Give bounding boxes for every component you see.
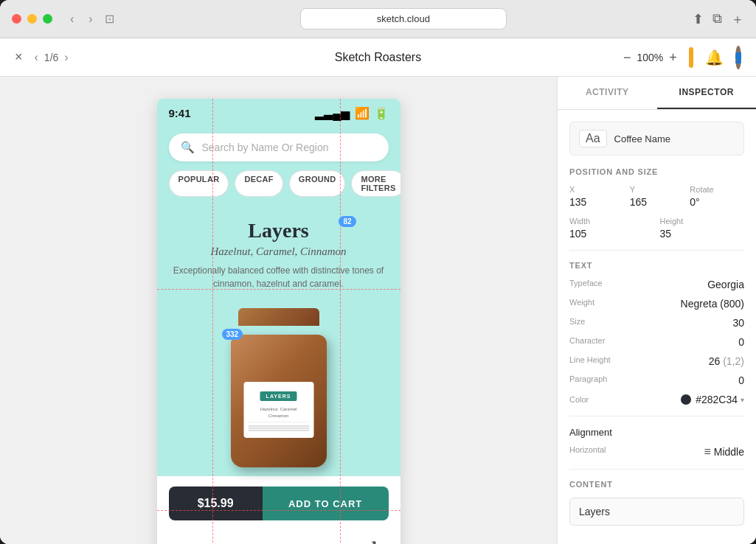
- battery-icon: 🔋: [374, 106, 389, 120]
- product-description: Exceptionally balanced coffee with disti…: [169, 264, 389, 290]
- badge-82: 82: [339, 216, 356, 227]
- tabs-icon[interactable]: ⧉: [712, 11, 722, 27]
- sidebar-toggle-icon[interactable]: ⊡: [105, 12, 114, 26]
- character-row: Character 0: [569, 336, 744, 348]
- height-property: Height 35: [660, 217, 745, 240]
- filter-area: POPULAR DECAF GROUND MORE FILTERS: [157, 170, 400, 207]
- product-subtitle: Hazelnut, Caramel, Cinnamon: [169, 245, 389, 258]
- coffee-bag: LAYERS Hazelnut, CaramelCinnamon: [231, 317, 327, 464]
- bag-top: [238, 308, 319, 326]
- forward-button[interactable]: ›: [83, 10, 98, 29]
- separator-2: [569, 416, 744, 416]
- style-preview[interactable]: Aa Coffee Name: [569, 122, 744, 156]
- weight-label: Weight: [569, 298, 594, 310]
- titlebar-actions: ⬆ ⧉ ＋: [693, 10, 744, 28]
- wifi-icon: 📶: [355, 106, 370, 120]
- weight-row: Weight Negreta (800): [569, 298, 744, 310]
- horizontal-row: Horizontal ≡ Middle: [569, 445, 744, 458]
- bag-body: LAYERS Hazelnut, CaramelCinnamon: [231, 335, 327, 467]
- color-dropdown-arrow: ▾: [741, 396, 744, 404]
- search-area: 🔍 Search by Name Or Region: [157, 128, 400, 170]
- price-button[interactable]: $15.99: [169, 487, 263, 520]
- character-label: Character: [569, 336, 605, 348]
- canvas-area[interactable]: 9:41 ▂▃▄▅ 📶 🔋 🔍 Search by Name Or Region: [0, 77, 557, 544]
- x-property: X 135: [569, 185, 624, 208]
- align-middle-icon: ≡: [704, 445, 710, 458]
- app-title: Sketch Roasters: [133, 51, 623, 64]
- horizontal-value-row: ≡ Middle: [704, 445, 744, 458]
- page-indicator: 1/6: [44, 52, 58, 63]
- filter-decaf[interactable]: DECAF: [235, 170, 282, 197]
- alignment-section: Alignment Horizontal ≡ Middle: [569, 427, 744, 458]
- height-label: Height: [660, 217, 745, 226]
- zoom-in-button[interactable]: +: [669, 51, 677, 64]
- text-properties: Typeface Georgia Weight Negreta (800) Si…: [569, 279, 744, 405]
- main-content: 9:41 ▂▃▄▅ 📶 🔋 🔍 Search by Name Or Region: [0, 77, 756, 544]
- bag-label-flavor: Hazelnut, CaramelCinnamon: [248, 406, 309, 419]
- avatar[interactable]: 👤: [735, 46, 741, 69]
- tab-inspector[interactable]: INSPECTOR: [657, 77, 757, 109]
- width-value: 105: [569, 228, 654, 240]
- signal-icon: ▂▃▄▅: [315, 106, 350, 120]
- close-traffic-light[interactable]: [12, 14, 21, 24]
- content-section-title: CONTENT: [569, 480, 744, 489]
- position-grid: X 135 Y 165 Rotate 0°: [569, 185, 744, 208]
- prev-page-button[interactable]: ‹: [35, 51, 38, 64]
- width-property: Width 105: [569, 217, 654, 240]
- close-document-button[interactable]: ×: [15, 49, 23, 65]
- zoom-out-button[interactable]: −: [623, 51, 631, 64]
- status-time: 9:41: [169, 107, 191, 119]
- style-aa-label: Aa: [579, 130, 607, 147]
- rotate-value: 0°: [690, 196, 744, 208]
- minimize-traffic-light[interactable]: [27, 14, 37, 24]
- color-swatch[interactable]: [689, 47, 694, 68]
- address-bar: sketch.cloud: [114, 8, 693, 29]
- paragraph-row: Paragraph 0: [569, 374, 744, 386]
- size-label: Size: [569, 317, 585, 329]
- size-grid: Width 105 Height 35: [569, 217, 744, 240]
- inspector-content: Aa Coffee Name POSITION AND SIZE X 135 Y…: [558, 110, 756, 537]
- rotate-property: Rotate 0°: [690, 185, 744, 208]
- status-icons: ▂▃▄▅ 📶 🔋: [315, 106, 388, 120]
- filter-popular[interactable]: POPULAR: [169, 170, 229, 197]
- line-height-label: Line Height: [569, 355, 611, 367]
- maximize-traffic-light[interactable]: [43, 14, 52, 24]
- mobile-status-bar: 9:41 ▂▃▄▅ 📶 🔋: [157, 99, 400, 128]
- mobile-frame: 9:41 ▂▃▄▅ 📶 🔋 🔍 Search by Name Or Region: [157, 99, 400, 544]
- color-value-row[interactable]: #282C34 ▾: [681, 394, 744, 405]
- toolbar-right: − 100% + 🔔 👤: [623, 46, 741, 69]
- content-value-box[interactable]: Layers: [569, 498, 744, 526]
- alignment-title: Alignment: [569, 427, 744, 438]
- add-tab-icon[interactable]: ＋: [731, 10, 744, 28]
- page-navigation: ‹ 1/6 ›: [35, 51, 69, 64]
- y-label: Y: [630, 185, 684, 194]
- window-icons: ⊡: [105, 12, 114, 26]
- tab-activity[interactable]: ACTIVITY: [558, 77, 657, 109]
- separator-3: [569, 469, 744, 470]
- url-input[interactable]: sketch.cloud: [300, 8, 507, 29]
- browser-nav: ‹ ›: [64, 10, 99, 29]
- paragraph-label: Paragraph: [569, 374, 607, 386]
- zoom-level: 100%: [637, 52, 664, 63]
- purchase-area: $15.99 ADD TO CART ↗: [157, 476, 400, 531]
- search-bar[interactable]: 🔍 Search by Name Or Region: [169, 133, 389, 161]
- traffic-lights: [12, 14, 52, 24]
- notifications-bell-icon[interactable]: 🔔: [705, 49, 724, 66]
- share-icon[interactable]: ⬆: [693, 11, 704, 27]
- back-button[interactable]: ‹: [64, 10, 80, 29]
- next-page-button[interactable]: ›: [64, 51, 68, 64]
- height-value: 35: [660, 228, 745, 240]
- filter-more[interactable]: MORE FILTERS: [351, 170, 400, 197]
- document-title: Sketch Roasters: [335, 51, 421, 63]
- bag-label-brand: LAYERS: [260, 391, 297, 401]
- app-window: ‹ › ⊡ sketch.cloud ⬆ ⧉ ＋ × ‹ 1/6 › Sketc…: [0, 0, 756, 544]
- search-icon: 🔍: [181, 141, 195, 154]
- color-row: Color #282C34 ▾: [569, 394, 744, 405]
- y-property: Y 165: [630, 185, 684, 208]
- filter-ground[interactable]: GROUND: [289, 170, 346, 197]
- line-height-value: 26 (1,2): [709, 355, 744, 367]
- add-to-cart-button[interactable]: ADD TO CART: [263, 487, 389, 520]
- search-placeholder-text: Search by Name Or Region: [202, 142, 329, 153]
- bag-label: LAYERS Hazelnut, CaramelCinnamon: [243, 382, 313, 438]
- badge-332: 332: [222, 329, 243, 340]
